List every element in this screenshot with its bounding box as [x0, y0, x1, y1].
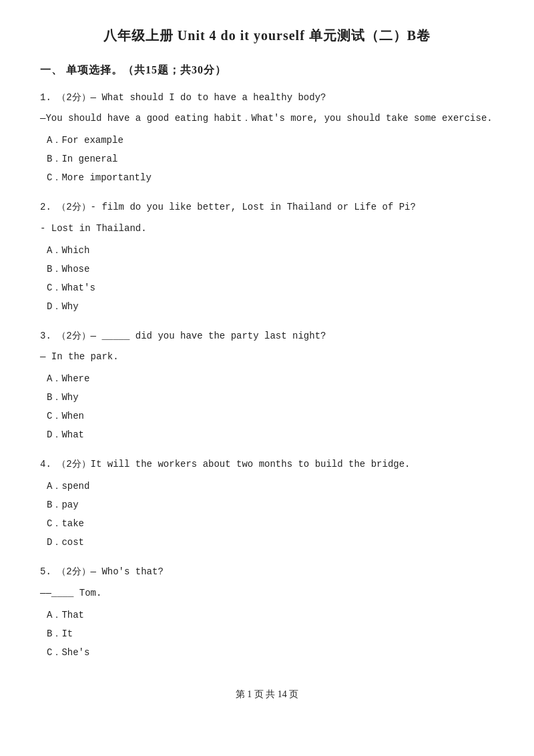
question-2-options: A．Which B．Whose C．What's D．Why — [47, 241, 494, 316]
question-3-stem: 3. （2分）— _____ did you have the party la… — [40, 328, 494, 345]
question-4-options: A．spend B．pay C．take D．cost — [47, 477, 494, 552]
question-1-stem: 1. （2分）— What should I do to have a heal… — [40, 89, 494, 106]
question-5-option-a: A．That — [47, 606, 494, 624]
question-4-stem: 4. （2分）It will the workers about two mon… — [40, 456, 494, 473]
question-1: 1. （2分）— What should I do to have a heal… — [40, 89, 494, 187]
question-2-option-c: C．What's — [47, 278, 494, 297]
question-2-option-a: A．Which — [47, 241, 494, 260]
question-4-option-d: D．cost — [47, 533, 494, 552]
question-2: 2. （2分）- film do you like better, Lost i… — [40, 199, 494, 315]
question-3-option-b: B．Why — [47, 388, 494, 407]
question-3-option-a: A．Where — [47, 369, 494, 388]
question-1-option-c: C．More importantly — [47, 168, 494, 187]
question-4-option-a: A．spend — [47, 477, 494, 496]
question-4-option-c: C．take — [47, 514, 494, 533]
page-footer: 第 1 页 共 14 页 — [40, 689, 494, 701]
question-5: 5. （2分）— Who's that? ——____ Tom. A．That … — [40, 564, 494, 661]
question-5-options: A．That B．It C．She's — [47, 606, 494, 662]
question-5-stem: 5. （2分）— Who's that? — [40, 564, 494, 580]
question-3-dialog: — In the park. — [40, 349, 494, 365]
question-3: 3. （2分）— _____ did you have the party la… — [40, 328, 494, 444]
question-3-options: A．Where B．Why C．When D．What — [47, 369, 494, 444]
question-1-options: A．For example B．In general C．More import… — [47, 131, 494, 187]
question-2-option-d: D．Why — [47, 297, 494, 316]
question-5-dialog: ——____ Tom. — [40, 585, 494, 602]
page-title: 八年级上册 Unit 4 do it yourself 单元测试（二）B卷 — [40, 27, 494, 45]
question-3-option-c: C．When — [47, 407, 494, 425]
question-2-dialog: - Lost in Thailand. — [40, 220, 494, 237]
question-2-stem: 2. （2分）- film do you like better, Lost i… — [40, 199, 494, 216]
question-4-option-b: B．pay — [47, 496, 494, 514]
question-1-option-b: B．In general — [47, 150, 494, 168]
section1-header: 一、 单项选择。（共15题；共30分） — [40, 63, 494, 77]
question-4: 4. （2分）It will the workers about two mon… — [40, 456, 494, 552]
question-1-option-a: A．For example — [47, 131, 494, 150]
question-5-option-c: C．She's — [47, 643, 494, 662]
question-2-option-b: B．Whose — [47, 260, 494, 278]
question-3-option-d: D．What — [47, 425, 494, 444]
question-1-dialog: —You should have a good eating habit．Wha… — [40, 110, 494, 127]
question-5-option-b: B．It — [47, 624, 494, 643]
